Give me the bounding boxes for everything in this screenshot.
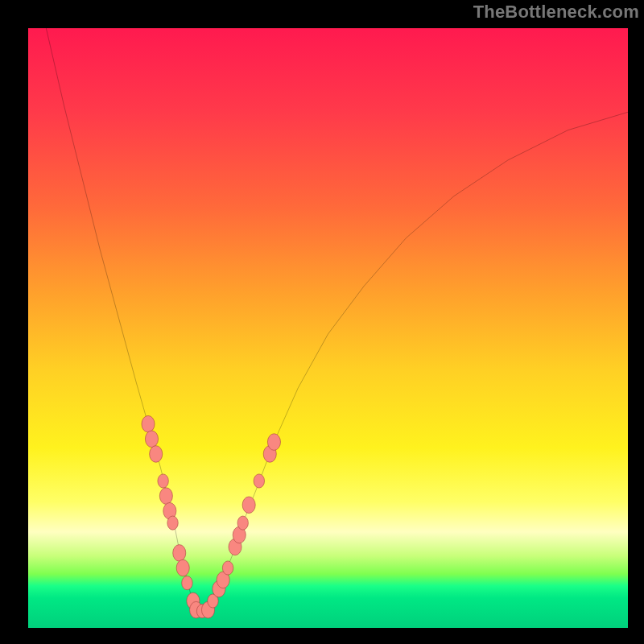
chart-frame: TheBottleneck.com [0, 0, 644, 644]
data-marker [167, 516, 178, 530]
data-marker [176, 559, 189, 576]
bottleneck-curve [46, 28, 628, 610]
data-marker [158, 474, 168, 488]
data-marker [142, 415, 155, 432]
data-marker [145, 431, 158, 448]
data-marker [182, 576, 192, 590]
data-marker [150, 446, 163, 463]
watermark-text: TheBottleneck.com [473, 2, 639, 23]
data-markers [142, 415, 281, 618]
chart-svg [28, 28, 628, 628]
data-marker [159, 488, 172, 505]
data-marker [237, 516, 248, 530]
data-marker [173, 545, 186, 562]
data-marker [242, 497, 255, 514]
data-marker [267, 434, 280, 451]
data-marker [222, 561, 233, 575]
data-marker [254, 474, 264, 488]
